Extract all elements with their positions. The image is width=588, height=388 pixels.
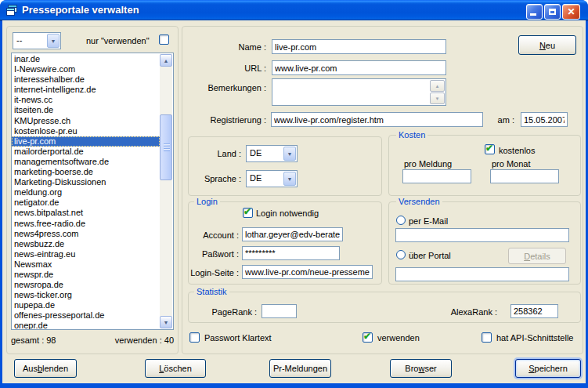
per-email-radio[interactable] — [396, 216, 406, 225]
list-item[interactable]: kostenlose-pr.eu — [12, 126, 160, 136]
bemerkungen-label: Bemerkungen : — [188, 83, 266, 92]
list-item[interactable]: news4press.com — [12, 229, 160, 239]
list-item[interactable]: news.bitpalast.net — [12, 208, 160, 218]
land-label: Land : — [194, 149, 241, 158]
list-item[interactable]: inar.de — [12, 54, 160, 64]
maximize-button[interactable] — [544, 4, 561, 20]
scroll-down-button[interactable]: ▼ — [160, 316, 172, 328]
name-input[interactable] — [272, 39, 446, 54]
sprache-dropdown-button[interactable]: ▼ — [283, 172, 296, 186]
details-label-post: etails — [530, 252, 550, 261]
list-item[interactable]: internet-intelligenz.de — [12, 85, 160, 95]
pro-meldung-input[interactable] — [402, 169, 471, 183]
list-item[interactable]: interessehalber.de — [12, 74, 160, 85]
list-item[interactable]: newsropa.de — [12, 280, 160, 290]
list-item[interactable]: managementsoftware.de — [12, 157, 160, 167]
list-scrollbar[interactable]: ▲ ▼ — [160, 54, 172, 328]
list-item[interactable]: newsbuzz.de — [12, 239, 160, 249]
list-item[interactable]: meldung.org — [12, 187, 160, 198]
list-item[interactable]: news-ticker.org — [12, 290, 160, 300]
sprache-dropdown-value: DE — [250, 173, 262, 183]
alexarank-input[interactable] — [510, 304, 558, 318]
list-item[interactable]: news.free-radio.de — [12, 219, 160, 229]
account-input[interactable] — [242, 227, 343, 241]
passwort-input[interactable] — [242, 246, 340, 260]
verwenden-checkbox[interactable]: ✔ — [363, 332, 373, 343]
list-item[interactable]: live-pr.com — [12, 136, 160, 147]
land-dropdown-value: DE — [250, 148, 262, 158]
chevron-down-icon: ▼ — [51, 38, 56, 44]
list-item[interactable]: newspr.de — [12, 270, 160, 280]
kosten-group-title: Kosten — [396, 130, 427, 140]
filter-dropdown[interactable]: -- ▼ — [13, 32, 61, 49]
close-button[interactable]: ✕ — [562, 4, 580, 20]
only-use-label: nur "verwenden" — [86, 36, 150, 45]
registrierung-input[interactable] — [271, 112, 483, 127]
land-dropdown[interactable]: DE ▼ — [246, 145, 298, 162]
list-item[interactable]: news-eintrag.eu — [12, 249, 160, 259]
filter-dropdown-button[interactable]: ▼ — [47, 34, 60, 48]
list-item[interactable]: it-news.cc — [12, 95, 160, 105]
neu-button[interactable]: Neu — [518, 35, 576, 55]
loeschen-button[interactable]: Löschen — [145, 359, 206, 378]
account-label: Account : — [180, 230, 239, 240]
scroll-up-icon: ▲ — [164, 58, 169, 63]
minimize-button[interactable] — [526, 4, 543, 20]
passwort-klartext-checkbox[interactable]: ✔ — [189, 332, 200, 343]
login-notwendig-checkbox[interactable]: ✔ — [243, 208, 253, 218]
neu-label-mnemonic: N — [539, 41, 546, 50]
am-date-input[interactable] — [521, 112, 568, 127]
portal-input[interactable] — [395, 267, 569, 281]
scroll-up-spinner[interactable]: ▲ — [430, 80, 445, 92]
browser-button[interactable]: Browser — [390, 359, 452, 378]
pro-monat-input[interactable] — [490, 169, 559, 183]
gesamt-count: gesamt : 98 — [11, 335, 56, 345]
details-button[interactable]: Details — [508, 248, 566, 264]
scroll-down-spinner[interactable]: ▼ — [430, 92, 445, 104]
chevron-down-icon: ▼ — [287, 176, 293, 182]
list-item[interactable]: onepr.de — [12, 321, 160, 329]
ueber-portal-radio[interactable] — [396, 250, 406, 259]
title-bar: Presseportale verwalten ✕ — [0, 0, 588, 21]
list-item[interactable]: itseiten.de — [12, 105, 160, 115]
list-item[interactable]: Newsmax — [12, 259, 160, 270]
browser-label: Bro — [405, 364, 418, 373]
email-input[interactable] — [395, 228, 569, 242]
ausblenden-button[interactable]: Ausblenden — [14, 359, 77, 378]
scrollbar-thumb[interactable] — [160, 114, 172, 180]
land-dropdown-button[interactable]: ▼ — [283, 147, 296, 161]
url-label: URL : — [188, 63, 266, 73]
list-item[interactable]: netigator.de — [12, 198, 160, 208]
am-label: am : — [483, 115, 514, 125]
kostenlos-checkbox[interactable]: ✔ — [485, 144, 495, 154]
list-item[interactable]: I-Newswire.com — [12, 64, 160, 74]
api-checkbox[interactable]: ✔ — [482, 332, 492, 343]
scroll-up-button[interactable]: ▲ — [160, 54, 172, 67]
login-group-title: Login — [194, 197, 220, 206]
maximize-icon — [549, 9, 556, 15]
list-item[interactable]: KMUpresse.ch — [12, 116, 160, 126]
portal-list[interactable]: inar.deI-Newswire.cominteressehalber.dei… — [11, 53, 174, 330]
pr-meldungen-label: Pr-Meldungen — [273, 364, 327, 373]
window: Presseportale verwalten ✕ -- ▼ nur "verw… — [0, 0, 588, 388]
list-item[interactable]: marketing-boerse.de — [12, 167, 160, 177]
kostenlos-label: kostenlos — [499, 146, 535, 155]
url-input[interactable] — [272, 60, 446, 75]
pagerank-input[interactable] — [262, 304, 297, 318]
window-title: Presseportale verwalten — [22, 4, 139, 16]
speichern-button[interactable]: Speichern — [515, 359, 581, 378]
login-seite-input[interactable] — [242, 265, 373, 279]
bemerkungen-textarea[interactable] — [272, 78, 446, 106]
check-icon: ✔ — [363, 331, 371, 342]
loeschen-label-post: öschen — [164, 364, 191, 373]
pr-meldungen-button[interactable]: Pr-Meldungen — [269, 359, 331, 378]
ausblenden-label: Aus — [23, 364, 38, 373]
sprache-dropdown[interactable]: DE ▼ — [246, 170, 298, 187]
list-item[interactable]: mailorderportal.de — [12, 147, 160, 157]
list-item[interactable]: Marketing-Diskussionen — [12, 177, 160, 187]
list-item[interactable]: offenes-presseportal.de — [12, 310, 160, 321]
only-use-checkbox[interactable]: ✔ — [159, 34, 169, 45]
list-item[interactable]: nupepa.de — [12, 300, 160, 310]
speichern-label-post: peichern — [535, 364, 568, 373]
login-seite-label: Login-Seite : — [180, 268, 239, 277]
